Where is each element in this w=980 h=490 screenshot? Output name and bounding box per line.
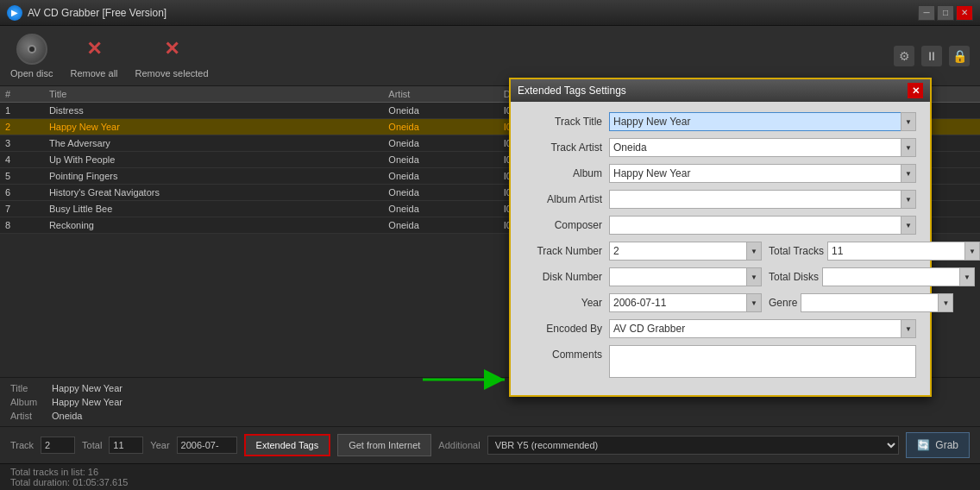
track-title-input[interactable] bbox=[609, 112, 901, 131]
track-title-row: Track Title ▼ bbox=[525, 112, 916, 131]
cell-title: Reckoning bbox=[44, 217, 383, 234]
cell-artist: Oneida bbox=[383, 185, 498, 201]
total-tracks-combo: ▼ bbox=[827, 242, 980, 261]
track-input[interactable] bbox=[41, 437, 75, 454]
total-disks-input[interactable] bbox=[822, 267, 959, 286]
year-genre-row: Year ▼ Genre ▼ bbox=[525, 293, 916, 312]
total-tracks-arrow[interactable]: ▼ bbox=[964, 242, 980, 261]
status-line1: Total tracks in list: 16 bbox=[10, 467, 970, 477]
composer-input[interactable] bbox=[609, 216, 901, 235]
settings-icon[interactable]: ⚙ bbox=[894, 46, 914, 66]
total-tracks-form: Total Tracks ▼ bbox=[769, 242, 980, 261]
total-disks-arrow[interactable]: ▼ bbox=[959, 267, 975, 286]
total-tracks-label: Total Tracks bbox=[769, 245, 824, 257]
grab-icon: 🔄 bbox=[917, 439, 930, 451]
year-label: Year bbox=[150, 440, 169, 450]
total-tracks-input[interactable] bbox=[827, 242, 964, 261]
year-arrow[interactable]: ▼ bbox=[746, 293, 762, 312]
year-genre: ▼ Genre ▼ bbox=[609, 293, 953, 312]
cell-num: 3 bbox=[0, 135, 44, 152]
album-label: Album bbox=[10, 397, 45, 407]
disk-num-arrow[interactable]: ▼ bbox=[746, 267, 762, 286]
artist-row: Artist Oneida bbox=[10, 409, 970, 423]
total-disks-combo: ▼ bbox=[822, 267, 975, 286]
cell-artist: Oneida bbox=[383, 135, 498, 152]
status-line2: Total duration: 01:05:37.615 bbox=[10, 477, 970, 487]
cell-title: Pointing Fingers bbox=[44, 168, 383, 185]
genre-form: Genre ▼ bbox=[769, 293, 953, 312]
comments-input[interactable] bbox=[609, 345, 916, 378]
col-title: Title bbox=[44, 86, 383, 103]
disk-totals: ▼ Total Disks ▼ bbox=[609, 267, 975, 286]
open-disc-button[interactable]: Open disc bbox=[10, 34, 53, 79]
lock-icon[interactable]: 🔒 bbox=[949, 46, 970, 66]
year-label-dialog: Year bbox=[525, 297, 602, 309]
maximize-button[interactable]: □ bbox=[937, 5, 954, 21]
total-input[interactable] bbox=[109, 437, 143, 454]
vbr-select[interactable]: VBR Y5 (recommended) bbox=[487, 436, 900, 455]
album-value: Happy New Year bbox=[52, 397, 122, 407]
remove-all-label: Remove all bbox=[71, 68, 118, 79]
disk-num-input[interactable] bbox=[609, 267, 746, 286]
cell-num: 2 bbox=[0, 119, 44, 135]
album-row: Album ▼ bbox=[525, 164, 916, 183]
genre-arrow[interactable]: ▼ bbox=[938, 293, 953, 312]
track-num-label: Track Number bbox=[525, 245, 602, 257]
window-controls: ─ □ ✕ bbox=[918, 5, 973, 21]
cell-num: 7 bbox=[0, 201, 44, 217]
track-num-arrow[interactable]: ▼ bbox=[746, 242, 762, 261]
disc-icon bbox=[16, 34, 47, 65]
cell-num: 6 bbox=[0, 185, 44, 201]
album-artist-input[interactable] bbox=[609, 190, 901, 209]
additional-label: Additional bbox=[438, 440, 480, 450]
encoded-by-label: Encoded By bbox=[525, 323, 602, 335]
track-artist-input[interactable] bbox=[609, 138, 901, 157]
album-label-dialog: Album bbox=[525, 167, 602, 179]
comments-row: Comments bbox=[525, 345, 916, 378]
cell-artist: Oneida bbox=[383, 217, 498, 234]
track-num-row: Track Number ▼ Total Tracks ▼ bbox=[525, 242, 916, 261]
close-button[interactable]: ✕ bbox=[956, 5, 973, 21]
album-artist-combo: ▼ bbox=[609, 190, 916, 209]
cell-title: Happy New Year bbox=[44, 119, 383, 135]
dialog-close-button[interactable]: ✕ bbox=[908, 83, 923, 98]
get-from-internet-button[interactable]: Get from Internet bbox=[337, 434, 431, 456]
comments-label: Comments bbox=[525, 349, 602, 361]
track-num-form: ▼ bbox=[609, 242, 762, 261]
col-num: # bbox=[0, 86, 44, 103]
track-num-input[interactable] bbox=[609, 242, 746, 261]
cell-artist: Oneida bbox=[383, 119, 498, 135]
album-arrow[interactable]: ▼ bbox=[901, 164, 916, 183]
remove-all-button[interactable]: ✕ Remove all bbox=[71, 34, 118, 79]
remove-selected-label: Remove selected bbox=[135, 68, 209, 79]
cell-num: 4 bbox=[0, 152, 44, 168]
year-input[interactable] bbox=[177, 437, 237, 454]
status-bar: Total tracks in list: 16 Total duration:… bbox=[0, 463, 980, 490]
total-label: Total bbox=[82, 440, 102, 450]
encoded-by-arrow[interactable]: ▼ bbox=[901, 319, 916, 338]
dialog-body: Track Title ▼ Track Artist ▼ Album bbox=[511, 102, 930, 395]
genre-input[interactable] bbox=[801, 293, 938, 312]
track-num-combo: ▼ bbox=[609, 242, 762, 261]
disk-num-label: Disk Number bbox=[525, 271, 602, 283]
track-title-arrow[interactable]: ▼ bbox=[901, 112, 916, 131]
artist-value: Oneida bbox=[52, 411, 82, 421]
track-totals: ▼ Total Tracks ▼ bbox=[609, 242, 980, 261]
composer-arrow[interactable]: ▼ bbox=[901, 216, 916, 235]
grab-button[interactable]: 🔄 Grab bbox=[906, 432, 970, 458]
album-input[interactable] bbox=[609, 164, 901, 183]
total-disks-form: Total Disks ▼ bbox=[769, 267, 975, 286]
track-artist-arrow[interactable]: ▼ bbox=[901, 138, 916, 157]
year-form: ▼ bbox=[609, 293, 762, 312]
remove-selected-button[interactable]: ✕ Remove selected bbox=[135, 34, 209, 79]
album-artist-arrow[interactable]: ▼ bbox=[901, 190, 916, 209]
album-artist-label: Album Artist bbox=[525, 193, 602, 205]
title-value: Happy New Year bbox=[52, 383, 122, 393]
comments-area bbox=[609, 345, 916, 378]
encoded-by-input[interactable] bbox=[609, 319, 901, 338]
title-label: Title bbox=[10, 383, 45, 393]
extended-tags-button[interactable]: Extended Tags bbox=[244, 434, 331, 456]
pause-icon[interactable]: ⏸ bbox=[921, 46, 942, 66]
year-input-dialog[interactable] bbox=[609, 293, 746, 312]
minimize-button[interactable]: ─ bbox=[918, 5, 935, 21]
